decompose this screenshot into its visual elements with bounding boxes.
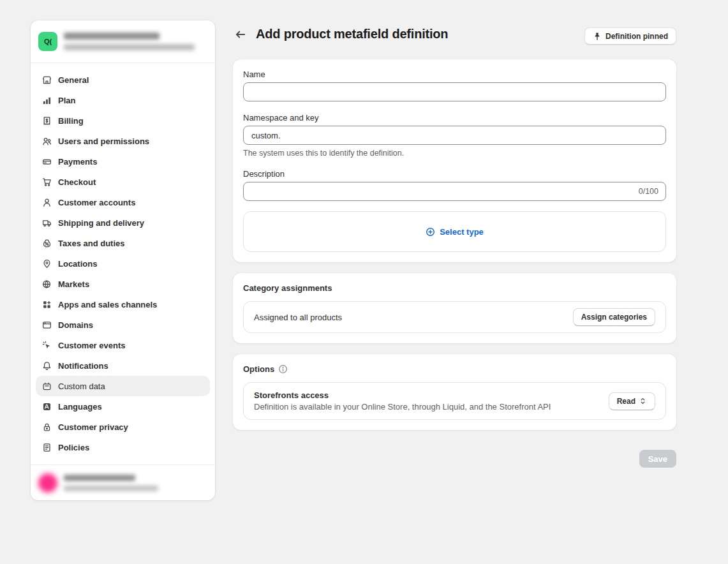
sidebar-item-customer-events[interactable]: Customer events: [36, 335, 210, 355]
select-type-button[interactable]: Select type: [243, 211, 666, 252]
sidebar-item-payments[interactable]: Payments: [36, 151, 210, 172]
pushpin-icon: [593, 32, 602, 41]
bell-icon: [42, 361, 52, 371]
sidebar-item-policies[interactable]: Policies: [36, 437, 210, 457]
back-button[interactable]: [234, 27, 248, 41]
sidebar-item-label: Customer accounts: [58, 198, 135, 207]
sidebar-item-label: General: [58, 75, 89, 85]
storefronts-access-value: Read: [617, 397, 635, 406]
sidebar-item-shipping-delivery[interactable]: Shipping and delivery: [36, 212, 210, 233]
caret-updown-icon: [639, 397, 647, 405]
cursor-click-icon: [42, 341, 52, 350]
storefronts-access-row: Storefronts access Definition is availab…: [243, 382, 666, 420]
sidebar-item-taxes-duties[interactable]: Taxes and duties: [36, 233, 210, 253]
settings-nav: General Plan Billing Users and permissio…: [31, 63, 215, 464]
user-avatar: [38, 473, 57, 493]
sidebar-item-languages[interactable]: Languages: [36, 396, 210, 417]
sidebar-item-label: Languages: [58, 402, 102, 412]
back-arrow-icon: [235, 29, 246, 40]
sidebar-item-billing[interactable]: Billing: [36, 110, 210, 131]
sidebar-item-checkout[interactable]: Checkout: [36, 172, 210, 192]
info-icon[interactable]: [278, 364, 288, 374]
storefront-icon: [42, 75, 52, 85]
description-char-counter: 0/100: [639, 187, 658, 196]
name-label: Name: [243, 70, 666, 79]
browser-icon: [42, 320, 52, 330]
sidebar-item-label: Shipping and delivery: [58, 218, 144, 228]
category-status-text: Assigned to all products: [254, 313, 342, 322]
sidebar-item-label: Domains: [58, 320, 93, 330]
definition-pinned-label: Definition pinned: [605, 32, 668, 41]
store-avatar: Q(: [38, 32, 57, 51]
sidebar-item-label: Payments: [58, 157, 97, 167]
sidebar-item-label: Taxes and duties: [58, 239, 125, 248]
sidebar-item-label: Policies: [58, 443, 89, 452]
sidebar-item-label: Customer privacy: [58, 422, 128, 432]
description-label: Description: [243, 169, 666, 179]
namespace-help-text: The system uses this to identify the def…: [243, 149, 666, 158]
sidebar-item-label: Custom data: [58, 382, 105, 391]
sidebar-item-label: Locations: [58, 259, 97, 269]
definition-pinned-button[interactable]: Definition pinned: [584, 27, 676, 45]
sidebar-item-apps-sales-channels[interactable]: Apps and sales channels: [36, 294, 210, 315]
assign-categories-button[interactable]: Assign categories: [573, 308, 655, 326]
user-name-redacted: [64, 475, 135, 481]
map-pin-icon: [42, 259, 52, 269]
options-heading: Options: [243, 364, 274, 374]
globe-icon: [42, 279, 52, 289]
storefronts-access-description: Definition is available in your Online S…: [254, 402, 551, 412]
apps-grid-icon: [42, 300, 52, 309]
namespace-key-input[interactable]: [243, 126, 666, 145]
cart-icon: [42, 177, 52, 187]
sidebar-item-custom-data[interactable]: Custom data: [36, 376, 210, 396]
name-input[interactable]: [243, 82, 666, 101]
sidebar-item-label: Markets: [58, 279, 89, 289]
plus-circle-icon: [426, 227, 435, 237]
user-footer[interactable]: [31, 464, 215, 500]
sidebar-item-label: Customer events: [58, 341, 125, 350]
data-drawer-icon: [42, 382, 52, 391]
sidebar-item-markets[interactable]: Markets: [36, 274, 210, 294]
sidebar-item-label: Plan: [58, 96, 75, 105]
storefronts-access-title: Storefronts access: [254, 390, 551, 400]
namespace-key-label: Namespace and key: [243, 113, 666, 122]
sidebar-item-label: Billing: [58, 116, 84, 126]
payment-card-icon: [42, 157, 52, 167]
person-icon: [42, 198, 52, 207]
category-assignments-card: Category assignments Assigned to all pro…: [233, 273, 676, 343]
lock-icon: [42, 422, 52, 432]
category-assignment-row: Assigned to all products Assign categori…: [243, 301, 666, 333]
receipt-icon: [42, 116, 52, 126]
page-title: Add product metafield definition: [256, 27, 448, 41]
sidebar-item-users-permissions[interactable]: Users and permissions: [36, 131, 210, 151]
select-type-label: Select type: [440, 227, 484, 237]
store-domain-redacted: [64, 44, 195, 50]
settings-sidebar: Q( General Plan Billing Users and permis…: [31, 20, 215, 500]
options-card: Options Storefronts access Definition is…: [233, 354, 676, 430]
description-input[interactable]: [243, 182, 666, 201]
sidebar-item-label: Apps and sales channels: [58, 300, 157, 309]
store-name-redacted: [64, 33, 160, 40]
truck-icon: [42, 218, 52, 228]
save-button[interactable]: Save: [639, 450, 676, 468]
sidebar-item-domains[interactable]: Domains: [36, 315, 210, 335]
sidebar-item-plan[interactable]: Plan: [36, 90, 210, 110]
sidebar-item-label: Users and permissions: [58, 137, 149, 146]
user-email-redacted: [64, 486, 158, 491]
storefronts-access-select[interactable]: Read: [609, 392, 655, 410]
translate-icon: [42, 402, 52, 412]
document-icon: [42, 443, 52, 452]
plan-chart-icon: [42, 96, 52, 105]
sidebar-item-locations[interactable]: Locations: [36, 253, 210, 274]
sidebar-item-customer-privacy[interactable]: Customer privacy: [36, 417, 210, 437]
assign-categories-label: Assign categories: [581, 313, 647, 322]
category-assignments-heading: Category assignments: [243, 283, 666, 293]
definition-form-card: Name Namespace and key The system uses t…: [233, 59, 676, 262]
sidebar-item-general[interactable]: General: [36, 70, 210, 90]
store-header[interactable]: Q(: [31, 20, 215, 63]
users-icon: [42, 137, 52, 146]
sidebar-item-label: Notifications: [58, 361, 108, 371]
sidebar-item-notifications[interactable]: Notifications: [36, 355, 210, 376]
tax-bag-icon: [42, 239, 52, 248]
sidebar-item-customer-accounts[interactable]: Customer accounts: [36, 192, 210, 212]
